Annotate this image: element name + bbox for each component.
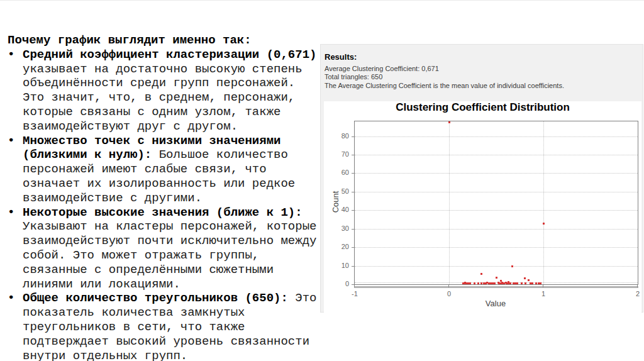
y-tick-mark <box>352 173 354 174</box>
grid-line-v <box>449 121 450 284</box>
bullet-line: взаимодействуют друг с другом. <box>23 119 322 134</box>
bullet-line: объединённости среди групп персонажей. <box>23 76 322 91</box>
data-point <box>535 282 537 284</box>
x-tick-label: 1 <box>534 290 553 297</box>
data-point <box>477 282 479 284</box>
slide: Почему график выглядит именно так: •Сред… <box>0 0 644 361</box>
grid-line-h <box>355 210 638 211</box>
data-point <box>503 282 505 284</box>
results-line-avg-coefficient: Average Clustering Coefficient: 0,671 <box>325 65 564 73</box>
y-tick-label: 50 <box>324 187 349 195</box>
bullet-line: указывает на достаточно высокую степень <box>23 62 322 77</box>
bullet-line: Это значит, что, в среднем, персонажи, <box>23 91 322 105</box>
grid-line-h <box>355 247 638 248</box>
data-point <box>474 282 475 284</box>
y-tick-label: 30 <box>324 225 349 232</box>
left-notes-bullets: •Средний коэффициент кластеризации (0,67… <box>8 48 322 361</box>
x-tick-label: 0 <box>440 290 458 297</box>
bullet-line: взаимодействие с другими. <box>23 191 322 206</box>
grid-line-h <box>355 266 638 267</box>
x-tick-label: -1 <box>345 290 364 297</box>
grid-line-h <box>355 282 638 283</box>
bullet-line: персонажей имеют слабые связи, что <box>23 162 322 177</box>
y-tick-mark <box>352 229 354 230</box>
y-tick-label: 70 <box>324 150 349 158</box>
bullet-marker: • <box>8 206 14 220</box>
data-point <box>448 121 450 123</box>
bullet-line: взаимодействуют почти исключительно межд… <box>23 234 322 248</box>
bullet-marker: • <box>8 134 14 148</box>
bullet-line: собой. Это может отражать группы, <box>23 248 322 263</box>
bullet-item: •Общее количество треугольников (650): Э… <box>8 291 322 361</box>
bullet-line: Указывают на кластеры персонажей, которы… <box>23 219 322 234</box>
bullet-line: показатель количества замкнутых <box>23 306 322 320</box>
bullet-line: которые связаны с одним узлом, также <box>23 105 322 119</box>
bullet-line: (близкими к нулю): Большое количество <box>23 148 322 162</box>
y-tick-label: 10 <box>324 262 349 269</box>
data-point <box>494 282 496 284</box>
clustering-chart: Clustering Coefficient Distribution Coun… <box>324 101 641 313</box>
x-tick-mark <box>448 285 449 287</box>
y-tick-label: 0 <box>324 280 349 287</box>
bullet-line: треугольников в сети, что также <box>23 320 322 335</box>
data-point <box>543 223 545 225</box>
chart-title: Clustering Coefficient Distribution <box>324 101 641 114</box>
data-point <box>480 282 482 284</box>
y-tick-mark <box>352 192 354 192</box>
results-line-total-triangles: Total triangles: 650 <box>325 73 564 81</box>
grid-line-h <box>355 173 638 174</box>
x-tick-mark <box>637 285 638 287</box>
y-tick-label: 80 <box>324 132 349 140</box>
bullet-item: •Средний коэффициент кластеризации (0,67… <box>8 48 322 134</box>
data-point <box>521 282 523 284</box>
grid-line-h <box>355 155 638 155</box>
x-tick-label: 2 <box>628 290 644 297</box>
x-tick-mark <box>543 285 543 287</box>
bullet-marker: • <box>8 48 14 62</box>
left-notes: Почему график выглядит именно так: •Сред… <box>8 33 322 361</box>
x-tick-mark <box>354 285 355 287</box>
y-tick-label: 60 <box>324 169 349 176</box>
y-tick-mark <box>352 266 354 267</box>
results-line-description: The Average Clustering Coefficient is th… <box>325 82 564 90</box>
bullet-item: •Некоторые высокие значения (ближе к 1):… <box>8 206 322 292</box>
data-point <box>511 265 513 267</box>
page-top-divider <box>0 0 644 1</box>
bullet-line: •Общее количество треугольников (650): Э… <box>23 291 322 306</box>
data-point <box>469 282 471 284</box>
grid-line-v <box>543 121 544 284</box>
bullet-marker: • <box>8 291 14 306</box>
data-point <box>516 282 518 284</box>
bullet-line: внутри отдельных групп. <box>23 349 322 361</box>
y-tick-mark <box>352 136 354 137</box>
bullet-line: •Средний коэффициент кластеризации (0,67… <box>23 48 322 62</box>
data-point <box>496 277 497 279</box>
data-point <box>525 282 526 284</box>
grid-line-h <box>355 136 638 137</box>
data-point <box>524 277 526 279</box>
data-point <box>540 282 541 284</box>
plot-area <box>354 121 638 285</box>
grid-line-h <box>355 229 638 230</box>
bullet-line: подтверждает высокий уровень связанности <box>23 335 322 349</box>
grid-line-h <box>355 192 638 192</box>
data-point <box>480 273 482 275</box>
y-tick-label: 20 <box>324 243 349 250</box>
data-point <box>528 279 530 281</box>
bullet-line: •Множество точек с низкими значениями <box>23 134 322 148</box>
results-title: Results: <box>325 52 357 62</box>
data-point <box>509 282 511 284</box>
notes-heading: Почему график выглядит именно так: <box>8 33 322 48</box>
y-tick-mark <box>352 155 354 155</box>
x-axis-line <box>354 286 638 288</box>
results-lines: Average Clustering Coefficient: 0,671 To… <box>325 65 564 90</box>
bullet-line: связанные с определёнными сюжетными <box>23 263 322 277</box>
y-tick-mark <box>352 210 354 211</box>
y-tick-label: 40 <box>324 206 349 213</box>
data-point <box>531 282 533 284</box>
bullet-item: •Множество точек с низкими значениями(бл… <box>8 134 322 206</box>
results-panel: Results: Average Clustering Coefficient:… <box>320 44 643 313</box>
y-tick-mark <box>352 247 354 248</box>
bullet-line: линиями или локациями. <box>23 277 322 292</box>
bullet-line: •Некоторые высокие значения (ближе к 1): <box>23 206 322 220</box>
